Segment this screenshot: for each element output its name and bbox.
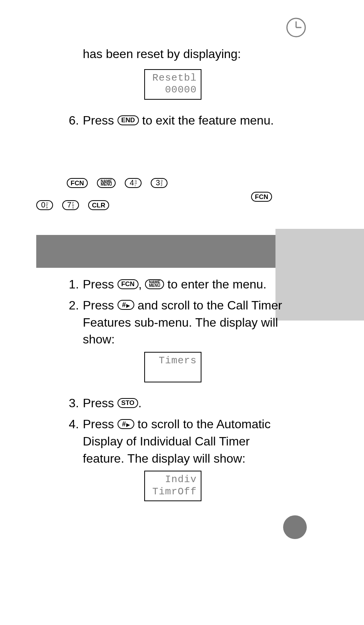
text: to exit the feature menu. [139,113,274,127]
fcn-key-right: FCN [251,193,272,203]
text: Press [83,113,118,127]
section-header-bar [36,235,280,268]
text: to enter the menu. [164,277,267,291]
step-number: 6. [63,112,83,129]
four-key-icon: 4GHI [125,178,142,188]
step-body: Press STO. [83,395,282,412]
lcd-display-indiv: Indiv TimrOff [144,471,201,501]
clr-key-icon: CLR [88,200,109,210]
lcd-line: TimrOff [147,486,197,498]
seven-key-icon: 7PRS [62,200,79,210]
zero-key-icon: 0OPR [36,200,53,210]
text: . [138,396,142,410]
fcn-key-icon: FCN [67,178,88,188]
content-top: has been reset by displaying: Resetbl 00… [63,46,282,133]
lcd-line: Resetbl [147,72,197,84]
lcd-line: Indiv [147,474,197,486]
step-body: Press FCN, NAMEMENU to enter the menu. [83,276,282,293]
content-section-2: 1. Press FCN, NAMEMENU to enter the menu… [63,276,282,513]
page-number-dot [283,515,307,539]
text: Press [83,417,118,431]
end-key-icon: END [118,115,139,125]
lcd-display-timers: Timers [144,352,201,382]
intro-text: has been reset by displaying: [83,46,282,62]
hash-key-icon: #▶ [118,300,134,310]
text: , [139,277,145,291]
step-body: Press #▶ to scroll to the Automatic Disp… [83,416,282,467]
fcn-key-icon: FCN [118,279,139,289]
step-body: Press END to exit the feature menu. [83,112,282,129]
step-number: 4. [63,416,83,467]
name-menu-key-icon: NAME MENU [97,178,116,188]
fcn-key-icon: FCN [251,192,272,202]
step-2: 2. Press #▶ and scroll to the Call Timer… [63,297,282,348]
hash-key-icon: #▶ [118,419,134,429]
lcd-display-reset: Resetbl 00000 [144,69,201,100]
step-body: Press #▶ and scroll to the Call Timer Fe… [83,297,282,348]
text: Press [83,298,118,312]
sto-key-icon: STO [118,398,139,408]
step-number: 1. [63,276,83,293]
shortcut-keys: FCN NAME MENU 4GHI 3DEF 0OPR 7PRS CLR [36,178,280,211]
step-3: 3. Press STO. [63,395,282,412]
name-menu-key-icon: NAMEMENU [145,279,164,289]
lcd-line [147,367,197,379]
side-tab [275,229,364,321]
lcd-line: 00000 [147,84,197,96]
three-key-icon: 3DEF [151,178,168,188]
step-4: 4. Press #▶ to scroll to the Automatic D… [63,416,282,467]
step-1: 1. Press FCN, NAMEMENU to enter the menu… [63,276,282,293]
step-6: 6. Press END to exit the feature menu. [63,112,282,129]
text: Press [83,277,118,291]
step-number: 3. [63,395,83,412]
lcd-line: Timers [147,355,197,367]
step-number: 2. [63,297,83,348]
text: Press [83,396,118,410]
clock-icon [286,18,306,37]
